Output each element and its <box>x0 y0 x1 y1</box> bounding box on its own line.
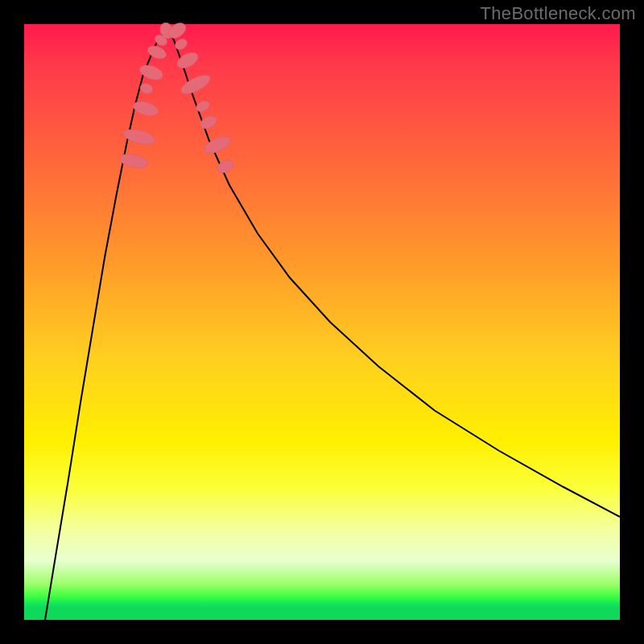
marker-dot <box>198 114 219 131</box>
watermark-text: TheBottleneck.com <box>481 3 636 24</box>
plot-area <box>24 24 620 620</box>
chart-frame: TheBottleneck.com <box>0 0 644 644</box>
marker-cluster <box>118 20 236 175</box>
marker-dot <box>201 133 233 157</box>
marker-dot <box>179 72 213 97</box>
chart-svg <box>24 24 620 620</box>
marker-dot <box>118 151 150 170</box>
marker-dot <box>173 37 189 52</box>
marker-dot <box>194 99 211 114</box>
bottleneck-curve <box>45 28 620 620</box>
